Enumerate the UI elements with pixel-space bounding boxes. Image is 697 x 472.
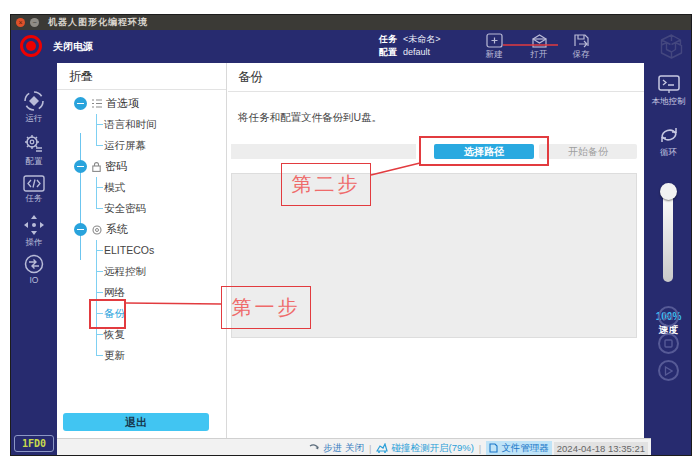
power-label: 关闭电源 <box>53 30 93 63</box>
tree-item-restore[interactable]: 恢复 <box>57 324 226 345</box>
tree-item-remote-control[interactable]: 远程控制 <box>57 261 226 282</box>
play-icon <box>664 366 673 376</box>
window-titlebar: × − 机器人图形化编程环境 <box>11 15 691 30</box>
tree-group-label: 系统 <box>106 222 128 237</box>
tree-item-network[interactable]: 网络 <box>57 282 226 303</box>
terminal-icon <box>657 75 681 94</box>
move-arrows-icon <box>23 214 45 236</box>
save-icon <box>573 33 590 48</box>
choose-path-button[interactable]: 选择路径 <box>434 144 534 159</box>
sidebar-item-config[interactable]: 配置 <box>11 133 57 168</box>
run-icon <box>23 90 45 112</box>
lock-icon <box>92 162 101 172</box>
step-status-label: 步进 关闭 <box>323 442 364 455</box>
collision-status-label: 碰撞检测开启(79%) <box>391 442 473 455</box>
backup-log-area <box>231 173 637 338</box>
task-label: 任务 <box>379 34 397 44</box>
left-sidebar: 运行 配置 任务 操作 IO 1FD0 <box>11 63 57 455</box>
brand-logo <box>657 32 686 65</box>
play-button[interactable] <box>658 360 679 381</box>
backup-path-input[interactable] <box>231 144 416 159</box>
sidebar-operate-label: 操作 <box>11 237 57 249</box>
sidebar-item-run[interactable]: 运行 <box>11 90 57 125</box>
step-curve-icon <box>309 444 320 453</box>
config-label: 配置 <box>379 47 397 57</box>
speed-slider-knob[interactable] <box>660 183 677 200</box>
stop-icon <box>664 339 673 348</box>
collapse-toggle-icon[interactable] <box>74 160 87 173</box>
open-envelope-icon <box>530 33 549 48</box>
new-button[interactable]: 新建 <box>472 32 516 61</box>
power-button[interactable] <box>20 35 42 57</box>
step-status[interactable]: 步进 关闭 <box>309 442 364 455</box>
tree-item-elitecos[interactable]: ELITECOs <box>57 240 226 261</box>
gear-icon <box>23 133 45 155</box>
loop-label: 循环 <box>644 147 692 159</box>
collapse-toggle-icon[interactable] <box>74 223 87 236</box>
tree-group-password[interactable]: 密码 <box>57 156 226 177</box>
collision-status[interactable]: 碰撞检测开启(79%) <box>376 442 473 455</box>
app-window: × − 机器人图形化编程环境 关闭电源 任务<未命名> 配置default 新建… <box>10 14 692 456</box>
file-manager-label: 文件管理器 <box>501 442 549 455</box>
open-button[interactable]: 打开 <box>517 32 561 61</box>
step-forward-button[interactable] <box>658 306 679 327</box>
tree-item-safety-password[interactable]: 安全密码 <box>57 198 226 219</box>
tree-item-backup[interactable]: 备份 <box>57 303 226 324</box>
window-title: 机器人图形化编程环境 <box>48 16 148 29</box>
power-icon <box>26 41 36 51</box>
sidebar-item-io[interactable]: IO <box>11 254 57 285</box>
right-sidebar: 本地控制 循环 100% 速度 <box>644 63 691 455</box>
loop-icon <box>658 125 680 145</box>
task-value: <未命名> <box>403 34 441 44</box>
sidebar-io-label: IO <box>11 275 57 285</box>
file-manager-button[interactable]: 文件管理器 <box>486 441 552 456</box>
sidebar-item-operate[interactable]: 操作 <box>11 214 57 249</box>
tree-item-update[interactable]: 更新 <box>57 345 226 366</box>
window-minimize-icon[interactable]: − <box>30 18 39 27</box>
backup-panel: 备份 将任务和配置文件备份到U盘。 选择路径 开始备份 <box>228 63 644 438</box>
settings-tree-panel: 折叠 首选项 语言和时间 运行屏幕 密码 模式 安全密码 系统 ELI <box>57 63 227 438</box>
new-label: 新建 <box>472 49 516 61</box>
start-backup-button[interactable]: 开始备份 <box>539 144 637 159</box>
exit-button[interactable]: 退出 <box>63 413 209 431</box>
local-control-button[interactable]: 本地控制 <box>644 75 692 108</box>
task-config-block: 任务<未命名> 配置default <box>379 33 441 59</box>
tree-item-run-screen[interactable]: 运行屏幕 <box>57 135 226 156</box>
stop-button[interactable] <box>658 333 679 354</box>
tree-group-preferences[interactable]: 首选项 <box>57 93 226 114</box>
new-file-icon <box>486 33 503 48</box>
list-icon <box>92 99 102 108</box>
window-close-icon[interactable]: × <box>16 18 25 27</box>
tree-group-label: 首选项 <box>106 96 139 111</box>
system-gear-icon <box>92 225 102 235</box>
speed-slider-track[interactable] <box>663 189 673 282</box>
tree-header[interactable]: 折叠 <box>57 63 226 90</box>
tree-item-language-time[interactable]: 语言和时间 <box>57 114 226 135</box>
step-forward-icon <box>663 312 674 321</box>
timestamp: 2024-04-18 13:35:21 <box>554 442 648 455</box>
header-bar: 关闭电源 任务<未命名> 配置default 新建 打开 保存 <box>11 30 691 63</box>
collapse-toggle-icon[interactable] <box>74 97 87 110</box>
sidebar-task-label: 任务 <box>11 193 57 205</box>
sidebar-item-task[interactable]: 任务 <box>11 175 57 205</box>
separator: | <box>479 443 481 454</box>
sidebar-run-label: 运行 <box>11 113 57 125</box>
tree-group-label: 密码 <box>105 159 127 174</box>
backup-description: 将任务和配置文件备份到U盘。 <box>238 111 382 125</box>
save-button[interactable]: 保存 <box>559 32 603 61</box>
tree-group-system[interactable]: 系统 <box>57 219 226 240</box>
io-arrows-icon <box>24 254 44 274</box>
local-control-label: 本地控制 <box>644 96 692 108</box>
collision-icon <box>376 443 388 453</box>
sidebar-config-label: 配置 <box>11 156 57 168</box>
status-bar: 步进 关闭 | 碰撞检测开启(79%) | 文件管理器 2024-04-18 1… <box>57 438 651 456</box>
code-icon <box>23 175 45 192</box>
tree-item-mode[interactable]: 模式 <box>57 177 226 198</box>
file-icon <box>489 443 498 453</box>
page-title: 备份 <box>228 63 644 92</box>
loop-button[interactable]: 循环 <box>644 125 692 159</box>
config-value: default <box>403 47 430 57</box>
status-code: 1FD0 <box>14 435 54 452</box>
separator: | <box>369 443 371 454</box>
save-label: 保存 <box>559 49 603 61</box>
